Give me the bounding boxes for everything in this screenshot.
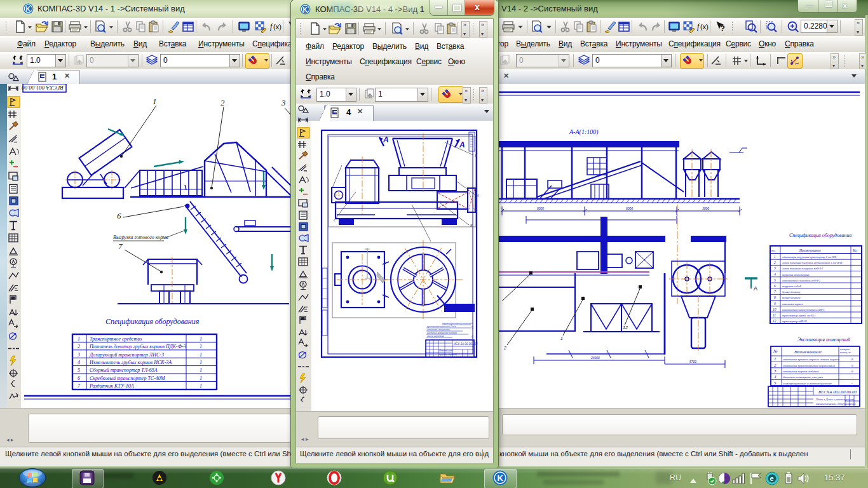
svg-text:9: 9 bbox=[851, 364, 853, 367]
svg-text:6000: 6000 bbox=[537, 207, 544, 210]
svg-text:3: 3 bbox=[281, 98, 286, 107]
svg-text:отделение кормов добавок: отделение кормов добавок bbox=[783, 370, 819, 373]
svg-text:2: 2 bbox=[220, 98, 225, 107]
svg-text:масса агрегата: масса агрегата bbox=[426, 334, 444, 337]
svg-text:Экспликация помещений: Экспликация помещений bbox=[797, 337, 850, 342]
svg-text:-: - bbox=[851, 382, 853, 385]
svg-text:7: 7 bbox=[78, 383, 81, 389]
svg-text:№: № bbox=[773, 349, 778, 354]
svg-text:4: 4 bbox=[774, 374, 776, 379]
svg-text:ВГСХА 001.00.00: ВГСХА 001.00.00 bbox=[22, 85, 64, 91]
svg-text:2: 2 bbox=[774, 363, 776, 368]
svg-text:6000: 6000 bbox=[626, 207, 633, 210]
svg-text:ИСК-3А 00.00.000: ИСК-3А 00.00.000 bbox=[454, 342, 478, 346]
svg-text:7: 7 bbox=[774, 290, 776, 294]
svg-text:Измельчитель грубых кормов ИСК: Измельчитель грубых кормов ИСК-3А bbox=[89, 360, 172, 365]
svg-text:Наименование: Наименование bbox=[799, 248, 821, 252]
svg-text:3000: 3000 bbox=[702, 207, 709, 210]
svg-text:1: 1 bbox=[200, 360, 202, 365]
svg-text:1: 1 bbox=[78, 336, 80, 342]
svg-text:электрощитовая и вентиляционна: электрощитовая и вентиляционная bbox=[783, 382, 832, 385]
svg-text:8: 8 bbox=[851, 370, 853, 373]
svg-text:лоток питатель-погрузчик грубы: лоток питатель-погрузчик грубых кормов 1… bbox=[782, 261, 843, 264]
svg-text:ВГСХА 001.00.00.00: ВГСХА 001.00.00.00 bbox=[818, 390, 857, 395]
svg-text:3: 3 bbox=[773, 266, 776, 270]
svg-text:отделение приема сырья и сочны: отделение приема сырья и сочных кормов bbox=[783, 358, 840, 361]
svg-text:12: 12 bbox=[623, 325, 628, 330]
svg-text:e: e bbox=[770, 475, 774, 482]
svg-text:1: 1 bbox=[560, 336, 563, 341]
svg-text:6: 6 bbox=[117, 211, 121, 220]
svg-text:8: 8 bbox=[851, 358, 853, 361]
svg-text:6: 6 bbox=[471, 325, 473, 329]
svg-text:K: K bbox=[498, 473, 504, 483]
svg-text:7: 7 bbox=[118, 241, 123, 251]
svg-text:1: 1 bbox=[774, 255, 776, 259]
svg-text:Дозирующий транспортер ЛИС-3: Дозирующий транспортер ЛИС-3 bbox=[89, 352, 164, 358]
svg-text:3: 3 bbox=[77, 352, 80, 358]
svg-text:поз.: поз. bbox=[771, 249, 776, 252]
svg-text:6: 6 bbox=[78, 376, 80, 381]
svg-text:помещ. м²: помещ. м² bbox=[840, 351, 851, 354]
svg-text:А: А bbox=[459, 140, 465, 149]
svg-text:План з Дома с размещением: План з Дома с размещением bbox=[815, 398, 855, 401]
svg-text:транспортер тШ-30: транспортер тШ-30 bbox=[782, 320, 807, 323]
svg-text:6: 6 bbox=[774, 284, 776, 288]
svg-text:K: K bbox=[26, 6, 31, 13]
svg-text:2: 2 bbox=[774, 261, 776, 264]
svg-text:бытовое помещение, сан.узел: бытовое помещение, сан.узел bbox=[783, 376, 823, 379]
svg-text:5: 5 bbox=[78, 367, 80, 373]
svg-text:технологическ. оборудования: технологическ. оборудования bbox=[816, 402, 856, 405]
svg-text:смеситель кормов: смеситель кормов bbox=[782, 302, 803, 306]
svg-text:Спецификация оборудования: Спецификация оборудования bbox=[789, 233, 851, 238]
svg-text:бункер-дозатор: бункер-дозатор bbox=[782, 296, 800, 299]
svg-text:А-А(1:100): А-А(1:100) bbox=[569, 128, 599, 136]
svg-text:измельчитель-камнеуловитель ик: измельчитель-камнеуловитель икМ-5 bbox=[782, 308, 824, 311]
svg-text:3: 3 bbox=[773, 369, 776, 374]
svg-text:1: 1 bbox=[153, 97, 157, 106]
svg-text:1: 1 bbox=[200, 336, 202, 342]
svg-text:1: 1 bbox=[200, 344, 202, 349]
svg-text:погрузчик транспортер: погрузчик транспортер bbox=[782, 273, 810, 276]
svg-text:12: 12 bbox=[773, 319, 776, 323]
svg-text:24000: 24000 bbox=[590, 356, 600, 360]
svg-text:1: 1 bbox=[200, 352, 202, 358]
svg-text:грубых кормов: грубых кормов bbox=[439, 353, 457, 356]
svg-text:9: 9 bbox=[774, 302, 776, 306]
svg-text:Раздатчик КТУ-10А: Раздатчик КТУ-10А bbox=[89, 383, 134, 389]
svg-text:2: 2 bbox=[503, 346, 506, 350]
svg-text:Транспортное средство: Транспортное средство bbox=[90, 336, 142, 342]
svg-text:измельчитель-смеситель исФ-4-1: измельчитель-смеситель исФ-4-1 bbox=[782, 279, 820, 282]
svg-text:11: 11 bbox=[773, 313, 776, 317]
svg-text:4: 4 bbox=[471, 335, 473, 339]
svg-text:Питатель дозатор грубых кормов: Питатель дозатор грубых кормов ПДК-Ф-3 bbox=[89, 344, 186, 349]
svg-text:5700: 5700 bbox=[689, 360, 696, 363]
svg-text:8: 8 bbox=[774, 295, 776, 299]
svg-text:5: 5 bbox=[774, 381, 776, 386]
svg-text:Скребковый транспортер ТС-40М: Скребковый транспортер ТС-40М bbox=[90, 376, 166, 381]
svg-text:1: 1 bbox=[200, 383, 202, 389]
svg-text:Ко: Ко bbox=[852, 248, 857, 252]
svg-text:бункер-дозатор: бункер-дозатор bbox=[782, 290, 800, 294]
svg-text:Наименование: Наименование bbox=[794, 349, 822, 355]
svg-text:4: 4 bbox=[477, 194, 479, 198]
svg-text:погрузчик исФ-4: погрузчик исФ-4 bbox=[782, 285, 801, 288]
svg-text:-: - bbox=[851, 376, 853, 379]
svg-text:4: 4 bbox=[78, 360, 80, 365]
svg-text:1: 1 bbox=[200, 376, 202, 381]
svg-text:Спецификация оборудования: Спецификация оборудования bbox=[105, 317, 200, 326]
svg-text:10: 10 bbox=[773, 308, 776, 311]
svg-text:1: 1 bbox=[774, 356, 776, 362]
svg-text:Выгрузка готового корма: Выгрузка готового корма bbox=[113, 234, 168, 240]
svg-text:лоток питатель-погрузчик пдФ-4: лоток питатель-погрузчик пдФ-4-2 bbox=[782, 267, 823, 270]
svg-text:4: 4 bbox=[774, 273, 776, 276]
svg-text:5: 5 bbox=[774, 278, 776, 282]
svg-text:K: K bbox=[303, 6, 308, 13]
svg-text:сдвигающие погрузчики транспор: сдвигающие погрузчики транспортер 1 лнс-… bbox=[782, 255, 837, 259]
svg-text:Сборный транспортер ТЛ-65А: Сборный транспортер ТЛ-65А bbox=[90, 367, 158, 373]
svg-text:А: А bbox=[754, 285, 757, 292]
svg-text:1: 1 bbox=[200, 367, 202, 373]
svg-text:отделение приготовления кормос: отделение приготовления кормосмеси bbox=[783, 364, 835, 367]
svg-text:Измельчит.: Измельчит. bbox=[439, 349, 453, 352]
svg-text:транспортер скребк. тл-65А: транспортер скребк. тл-65А bbox=[782, 314, 816, 317]
